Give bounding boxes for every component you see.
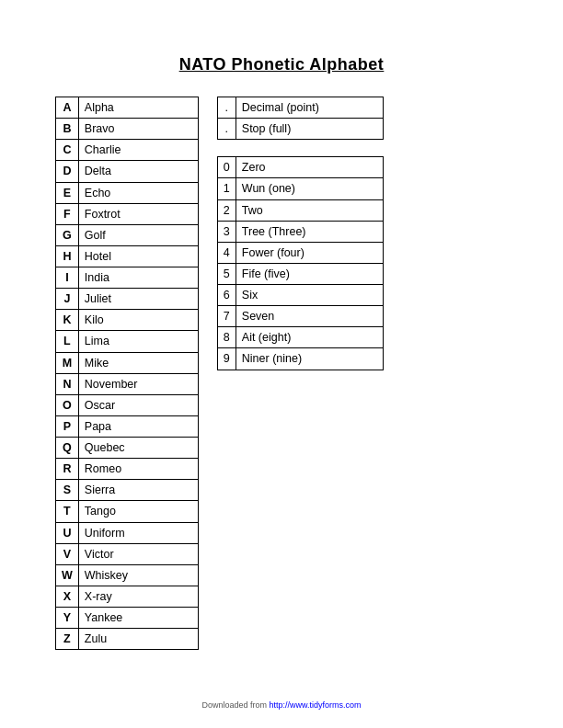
letter-cell: G	[56, 224, 79, 245]
table-row: X X-ray	[56, 586, 199, 607]
letter-cell: F	[56, 203, 79, 224]
table-row: Y Yankee	[56, 608, 199, 629]
num-cell: 6	[217, 285, 236, 306]
letter-cell: O	[56, 394, 79, 415]
footer-link[interactable]: http://www.tidyforms.com	[270, 700, 362, 710]
table-row: R Romeo	[56, 459, 199, 480]
table-row: 1 Wun (one)	[217, 178, 383, 199]
letter-cell: I	[56, 267, 79, 289]
num-cell: 1	[217, 178, 236, 199]
alphabet-table: A Alpha B Bravo C Charlie D Delta E Echo…	[55, 97, 199, 650]
tables-container: A Alpha B Bravo C Charlie D Delta E Echo…	[55, 97, 508, 650]
word-cell: Hotel	[78, 245, 198, 267]
word-cell: Yankee	[78, 608, 198, 629]
num-cell: 5	[217, 263, 236, 284]
letter-cell: D	[56, 161, 79, 182]
letter-cell: P	[56, 415, 79, 437]
num-word-cell: Zero	[236, 157, 383, 178]
num-cell: 2	[217, 199, 236, 221]
letter-cell: S	[56, 480, 79, 501]
word-cell: Charlie	[78, 140, 198, 161]
word-cell: Bravo	[78, 119, 198, 140]
table-row: Q Quebec	[56, 438, 199, 459]
word-cell: Sierra	[78, 480, 198, 501]
right-section: . Decimal (point) . Stop (full) 0 Zero 1…	[217, 97, 384, 370]
num-cell: 9	[217, 348, 236, 370]
table-row: 2 Two	[217, 199, 383, 221]
letter-cell: W	[56, 564, 79, 586]
word-cell: Whiskey	[78, 564, 198, 586]
table-row: E Echo	[56, 182, 199, 203]
table-row: 8 Ait (eight)	[217, 327, 383, 348]
table-row: B Bravo	[56, 119, 199, 140]
word-cell: Papa	[78, 415, 198, 437]
desc-cell: Stop (full)	[236, 119, 383, 140]
table-row: N November	[56, 373, 199, 394]
letter-cell: B	[56, 119, 79, 140]
word-cell: Quebec	[78, 438, 198, 459]
symbol-cell: .	[217, 119, 236, 140]
letter-cell: R	[56, 459, 79, 480]
letter-cell: M	[56, 352, 79, 373]
word-cell: Mike	[78, 352, 198, 373]
table-row: W Whiskey	[56, 564, 199, 586]
letter-cell: N	[56, 373, 79, 394]
table-row: U Uniform	[56, 522, 199, 543]
word-cell: Oscar	[78, 394, 198, 415]
table-row: C Charlie	[56, 140, 199, 161]
table-row: M Mike	[56, 352, 199, 373]
word-cell: Foxtrot	[78, 203, 198, 224]
letter-cell: A	[56, 97, 79, 119]
word-cell: Zulu	[78, 629, 198, 650]
word-cell: Uniform	[78, 522, 198, 543]
word-cell: November	[78, 373, 198, 394]
letter-cell: V	[56, 543, 79, 564]
num-word-cell: Fife (five)	[236, 263, 383, 284]
word-cell: Delta	[78, 161, 198, 182]
word-cell: Romeo	[78, 459, 198, 480]
letter-cell: E	[56, 182, 79, 203]
num-cell: 7	[217, 306, 236, 327]
table-row: O Oscar	[56, 394, 199, 415]
num-cell: 3	[217, 221, 236, 242]
table-row: D Delta	[56, 161, 199, 182]
letter-cell: K	[56, 310, 79, 331]
letter-cell: C	[56, 140, 79, 161]
letter-cell: L	[56, 331, 79, 352]
num-word-cell: Two	[236, 199, 383, 221]
table-row: I India	[56, 267, 199, 289]
num-word-cell: Seven	[236, 306, 383, 327]
letter-cell: T	[56, 501, 79, 522]
letter-cell: Q	[56, 438, 79, 459]
table-row: 4 Fower (four)	[217, 242, 383, 263]
table-row: 9 Niner (nine)	[217, 348, 383, 370]
letter-cell: Y	[56, 608, 79, 629]
table-row: L Lima	[56, 331, 199, 352]
num-word-cell: Wun (one)	[236, 178, 383, 199]
num-word-cell: Six	[236, 285, 383, 306]
table-row: . Stop (full)	[217, 119, 383, 140]
alphabet-section: A Alpha B Bravo C Charlie D Delta E Echo…	[55, 97, 199, 650]
letter-cell: Z	[56, 629, 79, 650]
num-cell: 4	[217, 242, 236, 263]
num-word-cell: Tree (Three)	[236, 221, 383, 242]
table-row: 3 Tree (Three)	[217, 221, 383, 242]
punctuation-table: . Decimal (point) . Stop (full)	[217, 97, 384, 140]
symbol-cell: .	[217, 97, 236, 119]
table-row: H Hotel	[56, 245, 199, 267]
letter-cell: J	[56, 289, 79, 310]
table-row: S Sierra	[56, 480, 199, 501]
page-title: NATO Phonetic Alphabet	[179, 55, 385, 74]
table-row: T Tango	[56, 501, 199, 522]
word-cell: Kilo	[78, 310, 198, 331]
num-word-cell: Fower (four)	[236, 242, 383, 263]
table-row: 6 Six	[217, 285, 383, 306]
table-row: 7 Seven	[217, 306, 383, 327]
table-row: . Decimal (point)	[217, 97, 383, 119]
numbers-table: 0 Zero 1 Wun (one) 2 Two 3 Tree (Three) …	[217, 156, 384, 370]
letter-cell: H	[56, 245, 79, 267]
table-row: P Papa	[56, 415, 199, 437]
word-cell: X-ray	[78, 586, 198, 607]
num-cell: 0	[217, 157, 236, 178]
word-cell: Tango	[78, 501, 198, 522]
